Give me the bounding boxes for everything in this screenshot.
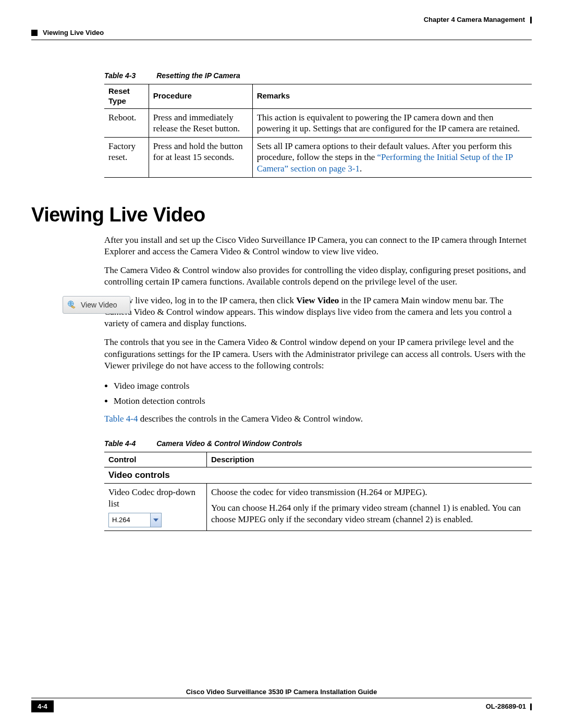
paragraph: After you install and set up the Cisco V…	[104, 235, 532, 257]
chevron-down-icon	[150, 513, 161, 527]
globe-camera-icon	[67, 300, 77, 310]
controls-table: Control Description Video controls Video…	[104, 452, 532, 531]
table-section-row: Video controls	[104, 467, 532, 483]
header-section: Viewing Live Video	[31, 29, 532, 36]
table-4-3-caption: Table 4-3Resetting the IP Camera	[104, 71, 532, 80]
table-row: Video Codec drop-down list H.264 Choose …	[104, 483, 532, 530]
col-procedure: Procedure	[149, 84, 252, 109]
paragraph: The Camera Video & Control window also p…	[104, 265, 532, 288]
table-row: Reboot. Press and immediately release th…	[104, 108, 532, 138]
codec-dropdown-value: H.264	[109, 516, 150, 525]
header-chapter: Chapter 4 Camera Management	[31, 16, 532, 23]
view-video-button[interactable]: View Video	[63, 296, 130, 314]
paragraph: The controls that you see in the Camera …	[104, 337, 532, 371]
table-row: Factory reset. Press and hold the button…	[104, 138, 532, 178]
list-item: Motion detection controls	[114, 394, 532, 408]
col-remarks: Remarks	[252, 84, 532, 109]
footer-doc-id: OL-28689-01	[486, 702, 532, 710]
page-footer: Cisco Video Surveillance 3530 IP Camera …	[31, 688, 532, 712]
list-item: Video image controls	[114, 379, 532, 393]
bullet-list: Video image controls Motion detection co…	[104, 379, 532, 408]
col-reset-type: Reset Type	[104, 84, 149, 109]
page-number: 4-4	[31, 700, 54, 712]
view-video-label: View Video	[81, 301, 117, 309]
col-description: Description	[207, 452, 532, 467]
codec-dropdown[interactable]: H.264	[108, 513, 162, 527]
paragraph: To view live video, log in to the IP cam…	[104, 295, 532, 329]
paragraph: Table 4-4 describes the controls in the …	[104, 413, 532, 425]
table-4-4-caption: Table 4-4Camera Video & Control Window C…	[104, 439, 532, 448]
xref-link[interactable]: Table 4-4	[104, 414, 138, 424]
reset-table: Reset Type Procedure Remarks Reboot. Pre…	[104, 84, 532, 178]
footer-doc-title: Cisco Video Surveillance 3530 IP Camera …	[31, 688, 532, 696]
section-title: Viewing Live Video	[31, 204, 532, 226]
col-control: Control	[104, 452, 207, 467]
